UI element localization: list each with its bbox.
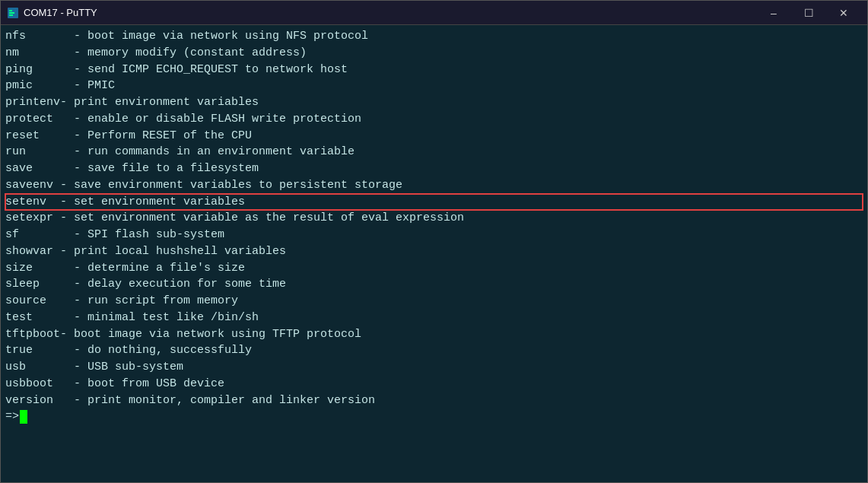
line-version: version - print monitor, compiler and li… [5,392,863,409]
title-left: COM17 - PuTTY [7,7,97,19]
line-setenv: setenv - set environment variables [5,194,863,211]
window-controls[interactable]: – ☐ ✕ [756,1,861,25]
putty-icon [7,7,19,19]
line-save: save - save file to a filesystem [5,160,863,177]
cursor [20,410,27,424]
line-usbboot: usbboot - boot from USB device [5,376,863,392]
title-bar: COM17 - PuTTY – ☐ ✕ [1,1,867,25]
line-printenv: printenv- print environment variables [5,94,863,111]
line-true: true - do nothing, successfully [5,342,863,359]
line-sf: sf - SPI flash sub-system [5,227,863,243]
line-reset: reset - Perform RESET of the CPU [5,128,863,145]
maximize-button[interactable]: ☐ [791,1,826,25]
line-ping: ping - send ICMP ECHO_REQUEST to network… [5,62,863,78]
line-usb: usb - USB sub-system [5,359,863,376]
line-nfs: nfs - boot image via network using NFS p… [5,28,863,45]
svg-rect-3 [9,14,13,16]
line-size: size - determine a file's size [5,260,863,277]
line-tftpboot: tftpboot- boot image via network using T… [5,326,863,343]
prompt-text: => [5,408,19,425]
line-run: run - run commands in an environment var… [5,144,863,160]
line-test: test - minimal test like /bin/sh [5,310,863,326]
line-source: source - run script from memory [5,293,863,310]
minimize-button[interactable]: – [756,1,791,25]
line-nm: nm - memory modify (constant address) [5,45,863,62]
putty-window: COM17 - PuTTY – ☐ ✕ nfs - boot image via… [0,0,868,483]
window-title: COM17 - PuTTY [24,7,97,18]
line-sleep: sleep - delay execution for some time [5,276,863,293]
line-pmic: pmic - PMIC [5,78,863,94]
terminal-content[interactable]: nfs - boot image via network using NFS p… [1,25,867,482]
line-showvar: showvar - print local hushshell variable… [5,243,863,260]
line-setexpr: setexpr - set environment variable as th… [5,210,863,227]
svg-rect-1 [9,10,12,11]
line-protect: protect - enable or disable FLASH write … [5,111,863,128]
svg-rect-2 [9,12,14,14]
terminal-lines: nfs - boot image via network using NFS p… [5,28,863,408]
line-saveenv: saveenv - save environment variables to … [5,177,863,194]
prompt-line: => [5,408,863,425]
close-button[interactable]: ✕ [826,1,861,25]
